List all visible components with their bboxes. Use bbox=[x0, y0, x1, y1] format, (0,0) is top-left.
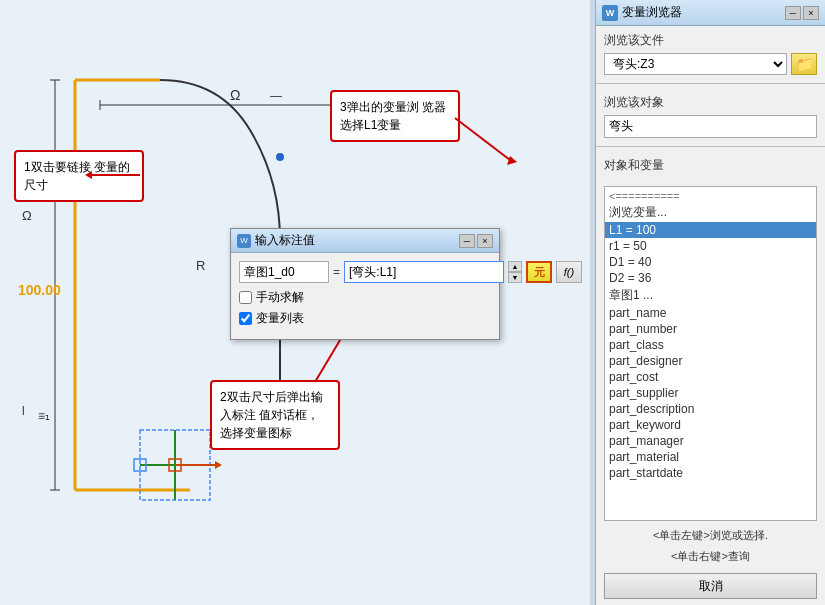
var-separator: <========== bbox=[605, 189, 816, 203]
hint-left-click: <单击左键>浏览或选择. bbox=[596, 525, 825, 546]
var-part-name[interactable]: part_name bbox=[605, 305, 816, 321]
svg-marker-24 bbox=[215, 461, 222, 469]
panel-close-button[interactable]: × bbox=[803, 6, 819, 20]
var-part-keyword[interactable]: part_keyword bbox=[605, 417, 816, 433]
dialog-title-left: W 输入标注值 bbox=[237, 232, 315, 249]
svg-text:≡₁: ≡₁ bbox=[38, 409, 50, 423]
variable-list-row: 变量列表 bbox=[239, 310, 582, 327]
browse-file-label: 浏览该文件 bbox=[604, 32, 817, 49]
var-l1[interactable]: L1 = 100 bbox=[605, 222, 816, 238]
object-vars-label: 对象和变量 bbox=[604, 157, 817, 174]
var-part-material[interactable]: part_material bbox=[605, 449, 816, 465]
dialog-input-row: = ▲ ▼ 元 f() bbox=[239, 261, 582, 283]
svg-text:l: l bbox=[22, 404, 25, 418]
hint-right-click: <单击右键>查询 bbox=[596, 546, 825, 567]
dimension-value-input[interactable] bbox=[344, 261, 504, 283]
var-part-supplier[interactable]: part_supplier bbox=[605, 385, 816, 401]
browse-file-folder-button[interactable]: 📁 bbox=[791, 53, 817, 75]
browse-file-section: 浏览该文件 弯头:Z3 📁 bbox=[596, 26, 825, 79]
svg-text:100.00: 100.00 bbox=[18, 282, 61, 298]
spin-up[interactable]: ▲ bbox=[508, 261, 522, 272]
browse-file-row: 弯头:Z3 📁 bbox=[604, 53, 817, 75]
svg-text:Ω: Ω bbox=[22, 208, 32, 223]
svg-text:R: R bbox=[196, 258, 205, 273]
variable-icon-button[interactable]: 元 bbox=[526, 261, 552, 283]
variable-list-checkbox[interactable] bbox=[239, 312, 252, 325]
var-part-number[interactable]: part_number bbox=[605, 321, 816, 337]
dialog-content: = ▲ ▼ 元 f() 手动求解 bbox=[231, 253, 499, 339]
annotation-1: 1双击要链接 变量的尺寸 bbox=[14, 150, 144, 202]
var-part-class[interactable]: part_class bbox=[605, 337, 816, 353]
svg-text:—: — bbox=[270, 89, 282, 103]
dialog-title-text: 输入标注值 bbox=[255, 232, 315, 249]
panel-pin-button[interactable]: ─ bbox=[785, 6, 801, 20]
browse-object-section: 浏览该对象 弯头 bbox=[596, 88, 825, 142]
var-part-cost[interactable]: part_cost bbox=[605, 369, 816, 385]
dialog-titlebar: W 输入标注值 ─ × bbox=[231, 229, 499, 253]
var-chapter1[interactable]: 章图1 ... bbox=[605, 286, 816, 305]
annotation-2: 2双击尺寸后弹出输入标注 值对话框，选择变量图标 bbox=[210, 380, 340, 450]
var-part-manager[interactable]: part_manager bbox=[605, 433, 816, 449]
manual-solve-checkbox[interactable] bbox=[239, 291, 252, 304]
panel-title-icon: W bbox=[602, 5, 618, 21]
var-d1[interactable]: D1 = 40 bbox=[605, 254, 816, 270]
dialog-titlebar-btns: ─ × bbox=[459, 234, 493, 248]
main-canvas: Ω — ≡₁ 100.00 Ω ≡₁ l R bbox=[0, 0, 590, 605]
eq-sign: = bbox=[333, 265, 340, 279]
svg-text:Ω: Ω bbox=[230, 87, 240, 103]
var-browse[interactable]: 浏览变量... bbox=[605, 203, 816, 222]
browse-object-value: 弯头 bbox=[604, 115, 817, 138]
fx-button[interactable]: f() bbox=[556, 261, 582, 283]
panel-titlebar: W 变量浏览器 ─ × bbox=[596, 0, 825, 26]
dialog-pin-button[interactable]: ─ bbox=[459, 234, 475, 248]
annotation-3: 3弹出的变量浏 览器选择L1变量 bbox=[330, 90, 460, 142]
right-panel: W 变量浏览器 ─ × 浏览该文件 弯头:Z3 📁 浏览该对象 弯头 对象和变量… bbox=[595, 0, 825, 605]
panel-titlebar-btns: ─ × bbox=[785, 6, 819, 20]
input-annotation-dialog: W 输入标注值 ─ × = ▲ ▼ bbox=[230, 228, 500, 340]
variable-list-label: 变量列表 bbox=[256, 310, 304, 327]
var-d2[interactable]: D2 = 36 bbox=[605, 270, 816, 286]
panel-title: 变量浏览器 bbox=[622, 4, 682, 21]
manual-solve-row: 手动求解 bbox=[239, 289, 582, 306]
manual-solve-label: 手动求解 bbox=[256, 289, 304, 306]
dialog-left: = ▲ ▼ 元 f() 手动求解 bbox=[239, 261, 582, 331]
var-part-description[interactable]: part_description bbox=[605, 401, 816, 417]
panel-titlebar-left: W 变量浏览器 bbox=[602, 4, 682, 21]
svg-point-10 bbox=[276, 153, 284, 161]
spin-down[interactable]: ▼ bbox=[508, 272, 522, 283]
dialog-close-button[interactable]: × bbox=[477, 234, 493, 248]
dialog-title-icon: W bbox=[237, 234, 251, 248]
object-vars-section: 对象和变量 bbox=[596, 151, 825, 182]
var-part-designer[interactable]: part_designer bbox=[605, 353, 816, 369]
browse-object-label: 浏览该对象 bbox=[604, 94, 817, 111]
dimension-name-input[interactable] bbox=[239, 261, 329, 283]
var-r1[interactable]: r1 = 50 bbox=[605, 238, 816, 254]
spin-control[interactable]: ▲ ▼ bbox=[508, 261, 522, 283]
panel-cancel-button[interactable]: 取消 bbox=[604, 573, 817, 599]
var-part-startdate[interactable]: part_startdate bbox=[605, 465, 816, 481]
browse-file-select[interactable]: 弯头:Z3 bbox=[604, 53, 787, 75]
variables-list: <========== 浏览变量... L1 = 100 r1 = 50 D1 … bbox=[605, 187, 816, 483]
variables-list-container[interactable]: <========== 浏览变量... L1 = 100 r1 = 50 D1 … bbox=[604, 186, 817, 521]
